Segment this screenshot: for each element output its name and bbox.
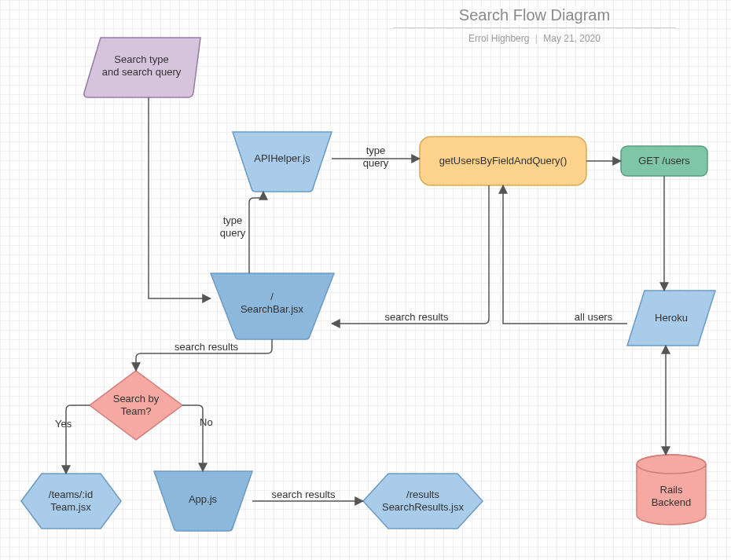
node-app-label: App.js <box>189 493 218 505</box>
edge-getusers-searchbar <box>332 185 489 324</box>
node-start-line1: Search type <box>114 53 168 65</box>
node-decision-line2: Team? <box>120 405 151 417</box>
svg-rect-1 <box>621 146 707 176</box>
edge-label-typequery1-line1: type <box>366 145 386 156</box>
divider-icon: | <box>532 33 541 44</box>
svg-point-2 <box>637 455 706 474</box>
node-searchbar[interactable]: / SearchBar.jsx <box>211 273 334 339</box>
node-results-line2: SearchResults.jsx <box>382 501 465 513</box>
node-getendpoint[interactable]: GET /users <box>621 146 707 176</box>
edge-decision-app <box>182 405 203 471</box>
node-rails-line2: Backend <box>652 496 692 508</box>
edge-start-searchbar <box>149 97 211 298</box>
diagram-title: Search Flow Diagram <box>393 6 676 28</box>
node-searchbar-line1: / <box>270 291 274 302</box>
edge-label-searchresults1: search results <box>385 311 449 323</box>
edge-heroku-getusers <box>503 185 627 324</box>
edge-searchbar-decision <box>136 339 272 371</box>
edge-decision-team <box>66 405 90 474</box>
node-heroku-label: Heroku <box>655 312 688 324</box>
node-apihelper-label: APIHelper.js <box>254 152 310 164</box>
edge-searchbar-apihelper <box>249 192 263 273</box>
diagram-subtitle: Errol Highberg | May 21, 2020 <box>393 33 676 44</box>
edge-label-yes: Yes <box>55 418 72 430</box>
node-getusers[interactable]: getUsersByFieldAndQuery() <box>420 137 586 185</box>
node-searchbar-line2: SearchBar.jsx <box>241 303 304 315</box>
node-getendpoint-label: GET /users <box>638 155 690 167</box>
edge-label-allusers: all users <box>575 311 613 323</box>
node-rails-line1: Rails <box>660 484 683 496</box>
node-decision-line1: Search by <box>113 393 160 404</box>
node-decision[interactable]: Search by Team? <box>90 371 182 440</box>
node-start[interactable]: Search type and search query <box>84 38 200 97</box>
date: May 21, 2020 <box>543 33 601 44</box>
node-team-line2: Team.jsx <box>50 501 91 513</box>
edge-label-searchresults2: search results <box>174 341 238 353</box>
author: Errol Highberg <box>468 33 529 44</box>
node-rails[interactable]: Rails Backend <box>637 455 706 525</box>
node-team[interactable]: /teams/:id Team.jsx <box>21 474 121 529</box>
node-results-line1: /results <box>406 489 439 500</box>
node-heroku[interactable]: Heroku <box>627 291 715 346</box>
node-getusers-label: getUsersByFieldAndQuery() <box>439 155 568 167</box>
edge-label-no: No <box>200 416 213 428</box>
edge-label-typequery2-line2: query <box>220 227 246 239</box>
edge-label-typequery2-line1: type <box>223 214 243 226</box>
node-results[interactable]: /results SearchResults.jsx <box>363 474 483 529</box>
edge-label-searchresults3: search results <box>272 489 336 500</box>
node-apihelper[interactable]: APIHelper.js <box>233 132 332 192</box>
node-team-line1: /teams/:id <box>49 489 93 500</box>
node-start-line2: and search query <box>102 66 182 78</box>
title-block: Search Flow Diagram Errol Highberg | May… <box>393 6 676 44</box>
svg-rect-0 <box>420 137 586 185</box>
edge-label-typequery1-line2: query <box>363 157 389 169</box>
diagram-canvas: Search Flow Diagram Errol Highberg | May… <box>0 0 731 560</box>
svg-point-3 <box>637 455 706 474</box>
node-app[interactable]: App.js <box>154 471 252 531</box>
